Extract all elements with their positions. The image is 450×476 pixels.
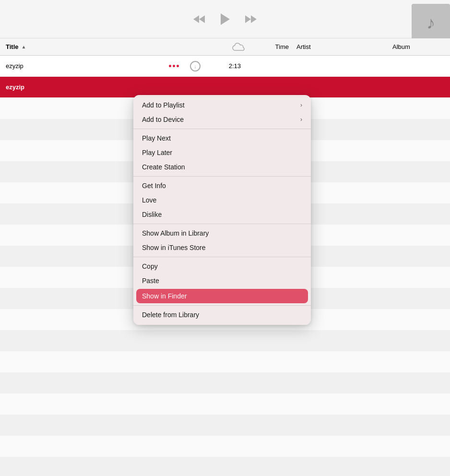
menu-label-play-next: Play Next [142, 134, 171, 142]
menu-label-paste: Paste [142, 277, 159, 285]
menu-item-show-album-library[interactable]: Show Album in Library [133, 226, 311, 240]
track-time: 2:13 [202, 62, 241, 70]
menu-label-add-to-playlist: Add to Playlist [142, 101, 185, 109]
dot-icon [169, 65, 171, 67]
sort-arrow-icon: ▲ [22, 44, 26, 49]
table-row[interactable]: ezyzip ↓ 2:13 [0, 56, 450, 77]
menu-item-play-next[interactable]: Play Next [133, 131, 311, 145]
menu-label-copy: Copy [142, 262, 158, 270]
menu-item-copy[interactable]: Copy [133, 259, 311, 274]
menu-item-dislike[interactable]: Dislike [133, 207, 311, 222]
dot-icon [177, 65, 179, 67]
menu-item-add-to-playlist[interactable]: Add to Playlist› [133, 98, 311, 112]
menu-item-add-to-device[interactable]: Add to Device› [133, 112, 311, 127]
forward-icon [243, 13, 259, 25]
svg-marker-1 [199, 15, 205, 23]
menu-label-show-album-library: Show Album in Library [142, 229, 209, 237]
menu-label-get-info: Get Info [142, 182, 166, 190]
rewind-icon [191, 13, 207, 25]
column-album[interactable]: Album [385, 43, 410, 50]
context-menu: Add to Playlist›Add to Device›Play NextP… [133, 95, 311, 325]
column-artist[interactable]: Artist [289, 43, 385, 50]
menu-separator [133, 305, 311, 306]
table-content: Title ▲ Time Artist Album ezyzip ↓ 2:13 … [0, 38, 450, 98]
column-cloud [226, 43, 250, 51]
svg-marker-0 [193, 15, 199, 23]
menu-label-love: Love [142, 196, 156, 204]
svg-marker-4 [251, 15, 257, 23]
menu-label-play-later: Play Later [142, 149, 172, 156]
rewind-button[interactable] [191, 13, 207, 25]
submenu-arrow-icon: › [300, 102, 302, 108]
column-time[interactable]: Time [250, 43, 289, 50]
menu-item-show-itunes-store[interactable]: Show in iTunes Store [133, 240, 311, 255]
menu-item-play-later[interactable]: Play Later [133, 145, 311, 160]
cloud-icon [232, 43, 245, 51]
menu-separator [133, 176, 311, 177]
menu-separator [133, 257, 311, 257]
menu-label-show-itunes-store: Show in iTunes Store [142, 244, 206, 251]
menu-label-delete-from-library: Delete from Library [142, 311, 199, 319]
download-button[interactable]: ↓ [188, 61, 202, 71]
menu-item-delete-from-library[interactable]: Delete from Library [133, 308, 311, 322]
play-icon [218, 12, 232, 26]
menu-item-create-station[interactable]: Create Station [133, 160, 311, 174]
menu-item-love[interactable]: Love [133, 193, 311, 207]
svg-marker-3 [245, 15, 251, 23]
menu-item-get-info[interactable]: Get Info [133, 178, 311, 193]
track-title: ezyzip [6, 62, 159, 70]
transport-bar [0, 0, 450, 38]
menu-label-show-in-finder: Show in Finder [142, 292, 187, 300]
menu-separator [133, 224, 311, 224]
menu-item-show-in-finder[interactable]: Show in Finder [136, 289, 308, 303]
track-title: ezyzip [6, 83, 159, 91]
track-options-dots[interactable] [159, 65, 188, 67]
menu-label-dislike: Dislike [142, 211, 162, 218]
menu-label-create-station: Create Station [142, 163, 185, 171]
title-label: Title [6, 43, 19, 50]
dot-icon [173, 65, 175, 67]
play-button[interactable] [218, 12, 232, 26]
music-note-icon: ♪ [426, 13, 435, 33]
download-circle-icon: ↓ [190, 61, 201, 71]
column-title[interactable]: Title ▲ [6, 43, 226, 50]
submenu-arrow-icon: › [300, 116, 302, 123]
menu-item-paste[interactable]: Paste [133, 274, 311, 288]
menu-separator [133, 129, 311, 129]
svg-marker-2 [221, 13, 230, 25]
album-art: ♪ [412, 4, 450, 42]
menu-label-add-to-device: Add to Device [142, 116, 184, 123]
forward-button[interactable] [243, 13, 259, 25]
table-header: Title ▲ Time Artist Album [0, 38, 450, 56]
